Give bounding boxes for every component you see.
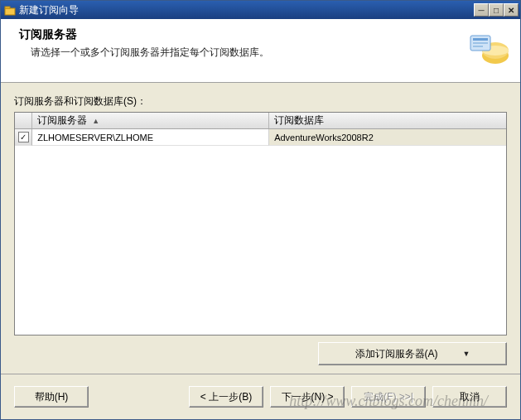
next-button[interactable]: 下一步(N) > xyxy=(270,386,345,408)
page-subtitle: 请选择一个或多个订阅服务器并指定每个订阅数据库。 xyxy=(19,46,459,60)
svg-rect-6 xyxy=(473,38,488,41)
wizard-icon xyxy=(467,27,510,70)
row-database-cell[interactable]: AdventureWorks2008R2 xyxy=(269,129,506,146)
add-subscriber-button[interactable]: 添加订阅服务器(A) ▼ xyxy=(318,342,507,365)
column-header-checkbox[interactable] xyxy=(15,113,32,128)
row-checkbox-cell[interactable]: ✓ xyxy=(15,129,32,146)
column-header-database[interactable]: 订阅数据库 xyxy=(269,113,506,128)
footer: 帮助(H) < 上一步(B) 下一步(N) > 完成(F) >>| 取消 xyxy=(1,374,520,419)
add-subscriber-label: 添加订阅服务器(A) xyxy=(355,347,438,361)
close-button[interactable]: ✕ xyxy=(504,3,519,17)
svg-rect-7 xyxy=(473,42,488,44)
app-icon xyxy=(4,4,16,16)
finish-button: 完成(F) >>| xyxy=(351,386,426,408)
help-button[interactable]: 帮助(H) xyxy=(14,386,89,408)
header-pane: 订阅服务器 请选择一个或多个订阅服务器并指定每个订阅数据库。 xyxy=(1,19,520,83)
body: 订阅服务器和订阅数据库(S)： 订阅服务器 ▲ 订阅数据库 ✓ ZLHOMESE… xyxy=(1,83,520,374)
grid-rows: ✓ ZLHOMESERVER\ZLHOME AdventureWorks2008… xyxy=(15,129,506,335)
svg-rect-0 xyxy=(5,8,15,15)
window-title: 新建订阅向导 xyxy=(19,3,474,17)
column-header-database-label: 订阅数据库 xyxy=(274,113,324,128)
grid-header: 订阅服务器 ▲ 订阅数据库 xyxy=(15,113,506,129)
titlebar: 新建订阅向导 ─ □ ✕ xyxy=(1,1,520,19)
page-title: 订阅服务器 xyxy=(19,27,459,42)
grid-label: 订阅服务器和订阅数据库(S)： xyxy=(14,94,507,109)
maximize-button[interactable]: □ xyxy=(489,3,504,17)
cancel-button[interactable]: 取消 xyxy=(432,386,507,408)
minimize-button[interactable]: ─ xyxy=(474,3,489,17)
back-button[interactable]: < 上一步(B) xyxy=(189,386,263,408)
column-header-server[interactable]: 订阅服务器 ▲ xyxy=(32,113,269,128)
sort-asc-icon: ▲ xyxy=(92,117,99,125)
column-header-server-label: 订阅服务器 xyxy=(37,113,87,128)
table-row[interactable]: ✓ ZLHOMESERVER\ZLHOME AdventureWorks2008… xyxy=(15,129,506,146)
wizard-window: 新建订阅向导 ─ □ ✕ 订阅服务器 请选择一个或多个订阅服务器并指定每个订阅数… xyxy=(0,0,521,420)
chevron-down-icon: ▼ xyxy=(463,350,470,358)
row-server-cell: ZLHOMESERVER\ZLHOME xyxy=(32,129,269,146)
svg-rect-8 xyxy=(473,46,483,47)
row-checkbox[interactable]: ✓ xyxy=(18,132,29,142)
window-buttons: ─ □ ✕ xyxy=(474,3,519,17)
subscriber-grid: 订阅服务器 ▲ 订阅数据库 ✓ ZLHOMESERVER\ZLHOME Adve… xyxy=(14,112,507,336)
svg-rect-1 xyxy=(5,7,10,8)
